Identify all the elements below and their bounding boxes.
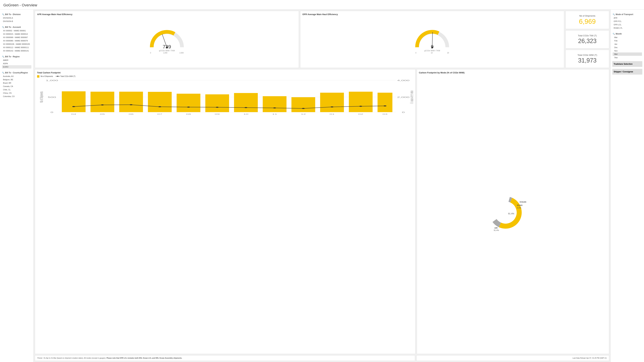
month-title: 🔍 Month bbox=[613, 32, 642, 36]
svg-text:12: 12 bbox=[301, 113, 306, 115]
total-carbon-title: Total Carbon Footprint bbox=[37, 71, 413, 74]
afr-gauge-value: 739 bbox=[159, 44, 175, 50]
legend-bar: Nb of Shipments bbox=[37, 75, 53, 78]
search-icon: 🔍 bbox=[613, 13, 615, 15]
month-oct[interactable]: Oct bbox=[613, 52, 642, 56]
afr-gauge-unit: gCO2e WtW / TKM bbox=[159, 50, 175, 52]
tradelane-selection-button[interactable]: Tradelane Selection bbox=[612, 61, 642, 67]
svg-text:10: 10 bbox=[244, 113, 248, 115]
center-content: AFR Average Main Haul Efficiency bbox=[34, 9, 610, 362]
filter-item[interactable]: Belgium, BE bbox=[2, 78, 31, 81]
filter-item[interactable]: XX 0000015 - NAME 0000014 bbox=[2, 32, 31, 36]
search-icon: 🔍 bbox=[613, 33, 615, 35]
svg-rect-25 bbox=[205, 94, 229, 112]
filter-item[interactable]: XX 0000080 - NAME 0000079 bbox=[2, 39, 31, 42]
afr-gauge-title: AFR Average Main Haul Efficiency bbox=[37, 13, 297, 15]
svg-text:Total CO2e WtW (T): Total CO2e WtW (T) bbox=[410, 90, 413, 104]
svg-point-5 bbox=[57, 76, 58, 77]
svg-text:0.0%: 0.0% bbox=[517, 207, 521, 209]
svg-rect-27 bbox=[234, 93, 258, 112]
carbon-by-mode-card: Carbon Footprint by Mode (% of CO2e WtW)… bbox=[417, 69, 609, 354]
svg-point-46 bbox=[273, 107, 276, 108]
filter-item-ofr-fcl[interactable]: OFR FCL bbox=[613, 19, 642, 23]
svg-point-45 bbox=[244, 107, 247, 108]
filter-item[interactable]: XX 0000112 - NAME 00000111 bbox=[2, 46, 31, 49]
svg-text:AIR: AIR bbox=[494, 227, 498, 229]
carbon-by-mode-title: Carbon Footprint by Mode (% of CO2e WtW) bbox=[419, 71, 607, 74]
month-jan[interactable]: Jan bbox=[613, 42, 642, 46]
svg-text:ROAD: ROAD bbox=[517, 204, 522, 206]
left-sidebar: 🔍 Bill To - Division DIVISION-A DIVISION… bbox=[0, 9, 34, 362]
svg-point-48 bbox=[330, 106, 334, 107]
kpi-co2e-wtw-value: 31,973 bbox=[578, 57, 596, 64]
svg-point-42 bbox=[158, 106, 161, 107]
svg-text:03: 03 bbox=[382, 113, 388, 115]
svg-point-40 bbox=[101, 104, 104, 105]
filter-item[interactable]: Colombia, CO bbox=[2, 95, 31, 98]
kpi-co2e-wtw-label: Total CO2e WtW (T) bbox=[578, 54, 597, 56]
filter-item[interactable]: AMER bbox=[2, 58, 31, 62]
svg-rect-21 bbox=[148, 92, 172, 112]
svg-rect-33 bbox=[320, 93, 344, 112]
svg-rect-15 bbox=[62, 91, 86, 112]
svg-rect-31 bbox=[292, 97, 315, 112]
ofr-gauge-labels: 0 10 20 bbox=[416, 52, 449, 54]
filter-item[interactable]: China, CN bbox=[2, 91, 31, 95]
filter-item-afr[interactable]: AFR bbox=[613, 16, 642, 19]
filter-region: 🔍 Bill To - Region AMER ASPA EURO bbox=[0, 53, 33, 69]
filter-account: 🔍 Bill To - Account XX 000002 - NAME 000… bbox=[0, 24, 33, 53]
filter-item[interactable]: DIVISION-A bbox=[2, 16, 31, 19]
ofr-gauge-card: OFR Average Main Haul Efficiency 9 gCO2e… bbox=[300, 11, 564, 68]
search-icon: 🔍 bbox=[2, 13, 4, 15]
filter-item-road-ltl[interactable]: ROAD LTL bbox=[613, 26, 642, 30]
filter-item[interactable]: Chile, CL bbox=[2, 88, 31, 91]
search-icon: 🔍 bbox=[2, 26, 4, 28]
svg-text:4,000: 4,000 bbox=[397, 80, 410, 81]
svg-text:05: 05 bbox=[100, 113, 105, 115]
svg-rect-23 bbox=[176, 94, 200, 112]
filter-item[interactable]: XX 0000142 - NAME 00000141 bbox=[2, 49, 31, 52]
filter-item[interactable]: Brazil, BR bbox=[2, 81, 31, 85]
footer-reload: Last Data Reload: Apr 07, 01:29 PM (GMT+… bbox=[416, 355, 609, 361]
svg-point-47 bbox=[302, 108, 305, 109]
kpi-shipments-value: 6,969 bbox=[579, 18, 596, 25]
shipper-consignee-button[interactable]: Shipper / Consignee bbox=[612, 69, 642, 75]
filter-item-selected[interactable]: EURO bbox=[2, 65, 31, 68]
filter-item[interactable]: XX 000002 - NAME 000001 bbox=[2, 29, 31, 32]
donut-svg: AIR 91.4% OCEAN ROAD 0.0% 91.4% bbox=[491, 193, 535, 234]
month-sep[interactable]: Sep bbox=[613, 56, 642, 59]
filter-item-ofr-lcl[interactable]: OFR LCL bbox=[613, 23, 642, 26]
month-nov[interactable]: Nov bbox=[613, 49, 642, 52]
svg-text:11: 11 bbox=[272, 113, 277, 115]
svg-text:2,000: 2,000 bbox=[397, 96, 410, 98]
svg-text:02: 02 bbox=[358, 113, 363, 115]
month-feb[interactable]: Feb bbox=[613, 39, 642, 42]
filter-item[interactable]: Australia, AU bbox=[2, 75, 31, 78]
filter-item[interactable]: ASPA bbox=[2, 62, 31, 65]
ofr-gauge-value: 9 bbox=[424, 44, 440, 50]
afr-gauge-labels: 0 1,000 2,000 bbox=[150, 52, 184, 54]
filter-division-title: 🔍 Bill To - Division bbox=[2, 12, 31, 16]
month-mar[interactable]: Mar bbox=[613, 36, 642, 39]
page-title: GoGreen - Overview bbox=[0, 0, 644, 9]
footer-row: Period : 01-Apr to 31-Mar (based on ship… bbox=[35, 355, 609, 361]
top-row: AFR Average Main Haul Efficiency bbox=[35, 11, 609, 68]
svg-text:OCEAN: OCEAN bbox=[520, 201, 526, 203]
mode-of-transport-title: 🔍 Mode of Transport bbox=[613, 12, 642, 16]
filter-item[interactable]: DIVISION-B bbox=[2, 19, 31, 23]
filter-item[interactable]: XX 00000106 - NAME 00000105 bbox=[2, 42, 31, 46]
filter-item[interactable]: XX 0000068 - NAME 0000067 bbox=[2, 36, 31, 39]
kpi-co2e-ttw-value: 26,323 bbox=[578, 37, 596, 44]
mode-of-transport-section: 🔍 Mode of Transport AFR OFR FCL OFR LCL … bbox=[611, 11, 644, 31]
month-section: 🔍 Month Mar Feb Jan Dec Nov Oct Sep bbox=[611, 31, 644, 60]
svg-rect-35 bbox=[349, 92, 373, 112]
filter-item[interactable]: Canada, CA bbox=[2, 85, 31, 88]
svg-point-39 bbox=[72, 106, 75, 107]
svg-text:01: 01 bbox=[330, 113, 334, 115]
svg-text:07: 07 bbox=[157, 113, 162, 115]
afr-gauge-wrap: 739 gCO2e WtW / TKM 0 1,000 2,000 bbox=[37, 29, 297, 54]
month-dec[interactable]: Dec bbox=[613, 46, 642, 49]
legend-line: Total CO2e WtW (T) bbox=[56, 75, 76, 78]
filter-country: 🔍 Bill To - Country/Region Australia, AU… bbox=[0, 69, 33, 99]
kpi-co2e-ttw-label: Total CO2e TtW (T) bbox=[578, 34, 597, 37]
